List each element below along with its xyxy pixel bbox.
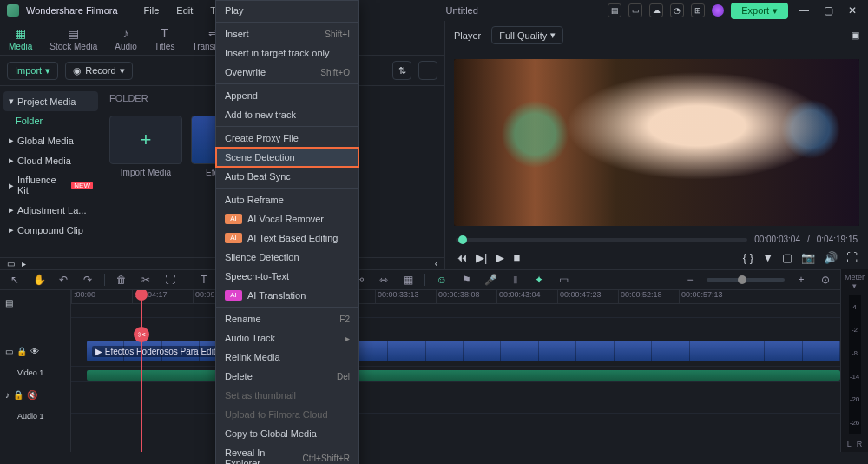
prev-frame-button[interactable]: ⏮ (456, 251, 467, 264)
linked-audio-clip[interactable] (87, 370, 840, 381)
add-folder-icon[interactable]: ▭ (7, 259, 15, 268)
undo-icon[interactable]: ↶ (56, 274, 71, 286)
tree-cloud-media[interactable]: ▸ Cloud Media (3, 150, 98, 170)
ai-face-icon[interactable]: ☺ (434, 274, 450, 286)
linked-audio-track[interactable] (71, 367, 840, 382)
account-avatar-icon[interactable] (712, 4, 724, 17)
record-dropdown[interactable]: ◉ Record ▾ (65, 62, 132, 80)
import-media-card[interactable]: + Import Media (109, 116, 182, 177)
tab-audio[interactable]: ♪Audio (106, 21, 146, 55)
eye-icon[interactable]: 👁 (30, 347, 39, 356)
export-button[interactable]: Export ▾ (731, 3, 788, 19)
pointer-tool-icon[interactable]: ↖ (7, 274, 23, 286)
ctx-ai-text-based-editing[interactable]: AIAI Text Based Editing (216, 229, 358, 248)
render-icon[interactable]: ▭ (556, 274, 571, 286)
bell-icon[interactable]: ◔ (670, 3, 684, 17)
mark-in-icon[interactable]: ▼ (762, 251, 773, 264)
ctx-ai-vocal-remover[interactable]: AIAI Vocal Remover (216, 209, 358, 229)
mixer-icon[interactable]: ⫴ (507, 274, 523, 286)
tree-adjustment-layer[interactable]: ▸ Adjustment La... (3, 200, 98, 220)
scrub-knob[interactable] (458, 235, 467, 244)
ctx-relink-media[interactable]: Relink Media (216, 348, 358, 367)
tree-project-media[interactable]: ▾ Project Media (3, 91, 98, 111)
ctx-rename[interactable]: RenameF2 (216, 309, 358, 328)
zoom-slider[interactable] (707, 278, 785, 282)
tree-folder[interactable]: Folder (3, 111, 98, 130)
lock-icon[interactable]: 🔒 (16, 347, 27, 356)
ctx-delete[interactable]: DeleteDel (216, 367, 358, 386)
group-icon[interactable]: ▦ (400, 274, 416, 286)
delete-icon[interactable]: 🗑 (114, 274, 129, 286)
ctx-reveal-in-explorer[interactable]: Reveal In ExplorerCtrl+Shift+R (216, 443, 358, 464)
ctx-copy-to-global-media[interactable]: Copy to Global Media (216, 424, 358, 443)
fit-icon[interactable]: ⊙ (818, 274, 833, 286)
video-track-label[interactable]: ▭ 🔒 👁 (0, 335, 70, 367)
project-icon[interactable]: ▭ (628, 3, 642, 17)
zoom-out-icon[interactable]: − (682, 274, 698, 286)
mic-icon[interactable]: 🎤 (483, 274, 498, 286)
playhead[interactable] (141, 290, 142, 452)
code-brackets-icon[interactable]: { } (743, 251, 753, 264)
minimize-button[interactable]: — (795, 4, 812, 17)
redo-icon[interactable]: ↷ (80, 274, 95, 286)
mute-icon[interactable]: 🔇 (27, 390, 37, 400)
import-dropdown[interactable]: Import ▾ (7, 62, 58, 80)
marker-icon[interactable]: ⚑ (458, 274, 474, 286)
resize-preview-icon[interactable]: ▣ (851, 30, 859, 41)
more-button[interactable]: ⋯ (418, 61, 437, 80)
preview-viewport[interactable] (454, 59, 859, 226)
collapse-tree-icon[interactable]: ‹ (435, 259, 437, 268)
close-button[interactable]: ✕ (844, 4, 861, 17)
volume-icon[interactable]: 🔊 (824, 251, 838, 264)
maximize-button[interactable]: ▢ (819, 4, 837, 17)
new-bin-icon[interactable]: ▸ (22, 259, 26, 268)
scrub-track[interactable] (456, 238, 747, 242)
ctx-append[interactable]: Append (216, 86, 358, 105)
save-icon[interactable]: ▤ (608, 3, 621, 17)
add-track-icon[interactable]: ▤ (5, 298, 13, 308)
lock-audio-icon[interactable]: 🔒 (13, 390, 23, 400)
player-tab[interactable]: Player (454, 30, 481, 41)
stretch-icon[interactable]: ⇿ (376, 274, 391, 286)
split-icon[interactable]: ✂ (138, 274, 154, 286)
tab-titles[interactable]: TTitles (146, 21, 184, 55)
stop-button[interactable]: ■ (513, 251, 520, 264)
ctx-ai-translation[interactable]: AIAI Translation (216, 286, 358, 305)
tree-compound-clip[interactable]: ▸ Compound Clip (3, 220, 98, 240)
cloud-icon[interactable]: ☁ (649, 3, 663, 17)
video-clip[interactable]: ▶ Efectos Poderosos Para Editar Futbol (87, 341, 840, 361)
ctx-audio-track[interactable]: Audio Track▸ (216, 328, 358, 348)
menu-file[interactable]: File (135, 2, 168, 19)
text-tool-icon[interactable]: T (196, 274, 212, 286)
filter-button[interactable]: ⇅ (392, 61, 411, 80)
audio-track-label[interactable]: ♪ 🔒 🔇 (0, 379, 70, 410)
audio-track-1[interactable] (71, 382, 840, 414)
ctx-speech-to-text[interactable]: Speech-to-Text (216, 267, 358, 286)
ctx-add-to-new-track[interactable]: Add to new track (216, 105, 358, 124)
ctx-insert-in-target-track-only[interactable]: Insert in target track only (216, 43, 358, 63)
quality-dropdown[interactable]: Full Quality ▾ (491, 26, 563, 44)
play-backward-button[interactable]: ▶| (476, 251, 487, 264)
tree-influence-kit[interactable]: ▸ Influence Kit NEW (3, 170, 98, 200)
tab-stock-media[interactable]: ▤Stock Media (41, 21, 106, 55)
timeline-ruler[interactable]: :00:00 :00:04:17 00:09:14 23:23 00:00:28… (71, 290, 840, 304)
ai-magic-icon[interactable]: ✦ (531, 274, 547, 286)
play-button[interactable]: ▶ (496, 251, 504, 264)
crop-tool-icon[interactable]: ⛶ (162, 274, 178, 286)
ctx-insert[interactable]: InsertShift+I (216, 24, 358, 43)
snapshot-icon[interactable]: 📷 (801, 251, 815, 264)
fullscreen-icon[interactable]: ⛶ (846, 251, 858, 264)
video-track-1[interactable]: ▶ Efectos Poderosos Para Editar Futbol (71, 335, 840, 367)
menu-edit[interactable]: Edit (168, 2, 201, 19)
ctx-scene-detection[interactable]: Scene Detection (216, 148, 358, 167)
ctx-create-proxy-file[interactable]: Create Proxy File (216, 129, 358, 148)
crop-icon[interactable]: ▢ (782, 251, 792, 264)
ctx-auto-beat-sync[interactable]: Auto Beat Sync (216, 167, 358, 186)
ctx-auto-reframe[interactable]: Auto Reframe (216, 190, 358, 209)
timeline-tracks[interactable]: :00:00 :00:04:17 00:09:14 23:23 00:00:28… (71, 290, 840, 452)
ctx-overwrite[interactable]: OverwriteShift+O (216, 63, 358, 82)
grid-icon[interactable]: ⊞ (691, 3, 705, 17)
zoom-in-icon[interactable]: + (793, 274, 809, 286)
ctx-play[interactable]: Play (216, 1, 358, 20)
hand-tool-icon[interactable]: ✋ (31, 274, 47, 286)
